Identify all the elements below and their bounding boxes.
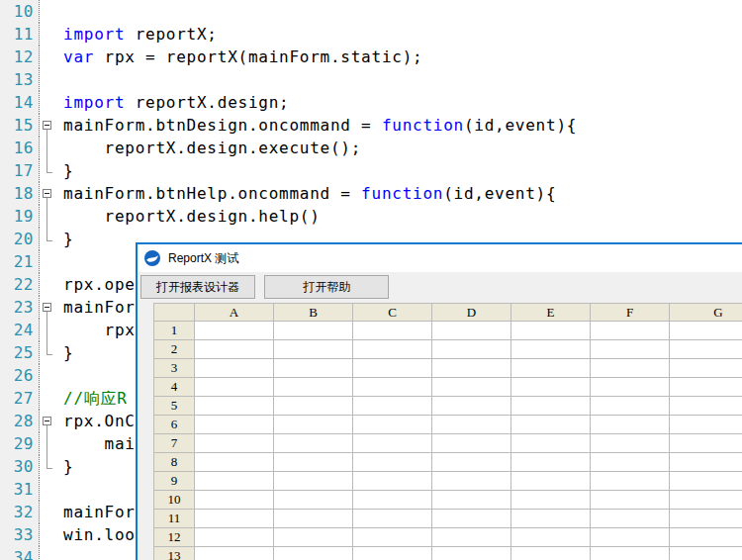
grid-cell-D9[interactable]	[432, 472, 511, 491]
fold-open-marker[interactable]	[40, 296, 59, 319]
grid-cell-C5[interactable]	[353, 397, 432, 416]
grid-corner-cell[interactable]	[154, 304, 195, 322]
grid-cell-A6[interactable]	[195, 416, 274, 434]
grid-cell-A5[interactable]	[195, 397, 274, 416]
grid-cell-G6[interactable]	[670, 416, 742, 434]
column-header-A[interactable]: A	[195, 304, 274, 322]
code-line[interactable]: 10	[0, 0, 742, 23]
grid-cell-D8[interactable]	[432, 453, 511, 472]
grid-cell-E9[interactable]	[511, 472, 591, 491]
grid-cell-B11[interactable]	[274, 510, 353, 528]
grid-cell-E10[interactable]	[511, 491, 591, 510]
code-line[interactable]: 15mainForm.btnDesign.oncommand = functio…	[0, 114, 742, 137]
fold-collapse-icon[interactable]	[43, 303, 51, 312]
grid-cell-D7[interactable]	[432, 434, 511, 453]
grid-cell-B8[interactable]	[274, 453, 353, 472]
grid-cell-E5[interactable]	[511, 397, 591, 416]
grid-cell-E13[interactable]	[511, 547, 591, 560]
grid-cell-F12[interactable]	[591, 528, 670, 547]
code-line[interactable]: 17}	[0, 159, 742, 182]
fold-collapse-icon[interactable]	[43, 189, 51, 198]
grid-cell-A12[interactable]	[195, 528, 274, 547]
grid-cell-G8[interactable]	[670, 453, 742, 472]
grid-cell-C11[interactable]	[353, 510, 432, 528]
column-header-D[interactable]: D	[432, 304, 511, 322]
fold-open-marker[interactable]	[40, 182, 59, 205]
column-header-F[interactable]: F	[591, 304, 670, 322]
grid-cell-G13[interactable]	[670, 547, 742, 560]
grid-cell-C4[interactable]	[353, 378, 432, 397]
code-line[interactable]: 12var rpx = reportX(mainForm.static);	[0, 46, 742, 68]
row-header-11[interactable]: 11	[154, 510, 195, 528]
grid-cell-C8[interactable]	[353, 453, 432, 472]
fold-collapse-icon[interactable]	[43, 417, 51, 425]
column-header-C[interactable]: C	[353, 304, 432, 322]
grid-cell-D13[interactable]	[432, 547, 511, 560]
row-header-5[interactable]: 5	[154, 397, 195, 416]
row-header-7[interactable]: 7	[154, 434, 195, 453]
grid-cell-F6[interactable]	[591, 416, 670, 434]
open-report-designer-button[interactable]: 打开报表设计器	[140, 275, 255, 299]
grid-cell-G2[interactable]	[670, 340, 742, 359]
grid-cell-B7[interactable]	[274, 434, 353, 453]
code-line[interactable]: 19 reportX.design.help()	[0, 205, 742, 228]
code-line[interactable]: 18mainForm.btnHelp.oncommand = function(…	[0, 182, 742, 205]
dialog-titlebar[interactable]: ReportX 测试	[138, 244, 742, 272]
grid-cell-G7[interactable]	[670, 434, 742, 453]
grid-cell-D6[interactable]	[432, 416, 511, 434]
grid-cell-E4[interactable]	[511, 378, 591, 397]
grid-cell-G10[interactable]	[670, 491, 742, 510]
grid-cell-E7[interactable]	[511, 434, 591, 453]
grid-cell-G11[interactable]	[670, 510, 742, 528]
grid-cell-F11[interactable]	[591, 510, 670, 528]
grid-cell-G1[interactable]	[670, 322, 742, 340]
grid-cell-A1[interactable]	[195, 322, 274, 340]
row-header-2[interactable]: 2	[154, 340, 195, 359]
grid-cell-B4[interactable]	[274, 378, 353, 397]
grid-cell-B13[interactable]	[274, 547, 353, 560]
grid-cell-G12[interactable]	[670, 528, 742, 547]
row-header-9[interactable]: 9	[154, 472, 195, 491]
grid-cell-F10[interactable]	[591, 491, 670, 510]
grid-cell-D5[interactable]	[432, 397, 511, 416]
grid-cell-D3[interactable]	[432, 359, 511, 378]
grid-cell-C13[interactable]	[353, 547, 432, 560]
grid-cell-A9[interactable]	[195, 472, 274, 491]
grid-cell-F9[interactable]	[591, 472, 670, 491]
grid-cell-A8[interactable]	[195, 453, 274, 472]
grid-cell-E1[interactable]	[511, 322, 591, 340]
grid-cell-A13[interactable]	[195, 547, 274, 560]
grid-cell-F13[interactable]	[591, 547, 670, 560]
grid-cell-B1[interactable]	[274, 322, 353, 340]
grid-cell-A10[interactable]	[195, 491, 274, 510]
grid-cell-A11[interactable]	[195, 510, 274, 528]
grid-cell-B5[interactable]	[274, 397, 353, 416]
row-header-3[interactable]: 3	[154, 359, 195, 378]
grid-cell-C2[interactable]	[353, 340, 432, 359]
grid-cell-F4[interactable]	[591, 378, 670, 397]
grid-cell-D2[interactable]	[432, 340, 511, 359]
grid-cell-F7[interactable]	[591, 434, 670, 453]
row-header-8[interactable]: 8	[154, 453, 195, 472]
row-header-6[interactable]: 6	[154, 416, 195, 434]
grid-cell-C12[interactable]	[353, 528, 432, 547]
grid-cell-C1[interactable]	[353, 322, 432, 340]
grid-cell-B2[interactable]	[274, 340, 353, 359]
grid-cell-C7[interactable]	[353, 434, 432, 453]
grid-cell-G4[interactable]	[670, 378, 742, 397]
grid-cell-A3[interactable]	[195, 359, 274, 378]
grid-cell-F2[interactable]	[591, 340, 670, 359]
code-line[interactable]: 16 reportX.design.execute();	[0, 137, 742, 159]
code-line[interactable]: 14import reportX.design;	[0, 91, 742, 114]
grid-cell-A2[interactable]	[195, 340, 274, 359]
row-header-13[interactable]: 13	[154, 547, 195, 560]
grid-cell-F3[interactable]	[591, 359, 670, 378]
grid-cell-B3[interactable]	[274, 359, 353, 378]
grid-cell-B9[interactable]	[274, 472, 353, 491]
grid-cell-A7[interactable]	[195, 434, 274, 453]
code-line[interactable]: 11import reportX;	[0, 23, 742, 46]
grid-cell-E11[interactable]	[511, 510, 591, 528]
column-header-G[interactable]: G	[670, 304, 742, 322]
grid-cell-D1[interactable]	[432, 322, 511, 340]
grid-cell-A4[interactable]	[195, 378, 274, 397]
